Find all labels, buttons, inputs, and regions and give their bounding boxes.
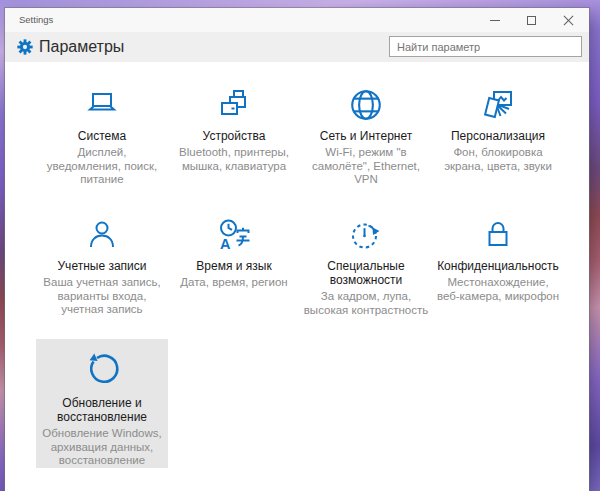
tile-system[interactable]: Система Дисплей, уведомления, поиск, пит…: [36, 86, 168, 187]
lock-icon: [432, 216, 564, 254]
tile-title: Конфиденциальность: [432, 259, 564, 273]
tile-accounts[interactable]: Учетные записи Ваша учетная запись, вари…: [36, 216, 168, 317]
clock-language-icon: A: [168, 216, 300, 254]
tile-ease-of-access[interactable]: Специальные возможности За кадром, лупа,…: [300, 216, 432, 317]
tile-subtitle: Фон, блокировка экрана, цвета, звуки: [432, 146, 564, 173]
tile-title: Учетные записи: [36, 259, 168, 273]
settings-window: Settings: [5, 8, 589, 491]
page-title: Параметры: [39, 32, 124, 62]
tile-subtitle: Дата, время, регион: [168, 276, 300, 290]
tile-title: Время и язык: [168, 259, 300, 273]
printer-icon: [168, 86, 300, 124]
tile-title: Система: [36, 129, 168, 143]
tile-privacy[interactable]: Конфиденциальность Местонахождение, веб-…: [432, 216, 564, 317]
tile-subtitle: Bluetooth, принтеры, мышка, клавиатура: [168, 146, 300, 173]
tile-title: Сеть и Интернет: [300, 129, 432, 143]
laptop-icon: [36, 86, 168, 124]
close-button[interactable]: [550, 8, 587, 32]
globe-icon: [300, 86, 432, 124]
tile-devices[interactable]: Устройства Bluetooth, принтеры, мышка, к…: [168, 86, 300, 187]
tile-subtitle: Местонахождение, веб-камера, микрофон: [432, 276, 564, 303]
tile-subtitle: Ваша учетная запись, варианты входа, уче…: [36, 276, 168, 317]
tile-subtitle: Wi-Fi, режим "в самолёте", Ethernet, VPN: [300, 146, 432, 187]
update-arrow-icon: [36, 347, 168, 391]
titlebar[interactable]: Settings: [5, 8, 589, 32]
gear-icon: [17, 39, 33, 55]
header: Параметры: [5, 32, 589, 62]
tiles-row-1: Система Дисплей, уведомления, поиск, пит…: [36, 86, 564, 187]
tile-time-language[interactable]: A Время и язык Дата, время, регион: [168, 216, 300, 317]
maximize-button[interactable]: [513, 8, 550, 32]
tiles-row-3: Обновление и восстановление Обновление W…: [36, 339, 168, 468]
tile-subtitle: За кадром, лупа, высокая контрастность: [300, 290, 432, 317]
tile-title: Специальные возможности: [300, 259, 432, 287]
minimize-icon: [490, 20, 500, 21]
tile-network[interactable]: Сеть и Интернет Wi-Fi, режим "в самолёте…: [300, 86, 432, 187]
tile-title: Устройства: [168, 129, 300, 143]
tile-title: Обновление и восстановление: [36, 396, 168, 424]
tile-update-recovery[interactable]: Обновление и восстановление Обновление W…: [36, 339, 168, 468]
tile-personalization[interactable]: Персонализация Фон, блокировка экрана, ц…: [432, 86, 564, 187]
tiles-row-2: Учетные записи Ваша учетная запись, вари…: [36, 216, 564, 317]
close-icon: [562, 14, 575, 27]
personalization-icon: [432, 86, 564, 124]
maximize-icon: [527, 16, 536, 25]
person-icon: [36, 216, 168, 254]
caption-buttons: [476, 8, 587, 32]
tile-title: Персонализация: [432, 129, 564, 143]
window-title: Settings: [19, 8, 53, 32]
search-input[interactable]: [389, 36, 582, 57]
svg-text:A: A: [220, 236, 231, 252]
tile-subtitle: Дисплей, уведомления, поиск, питание: [36, 146, 168, 187]
minimize-button[interactable]: [476, 8, 513, 32]
ease-of-access-icon: [300, 216, 432, 254]
tile-subtitle: Обновление Windows, архивация данных, во…: [36, 427, 168, 468]
